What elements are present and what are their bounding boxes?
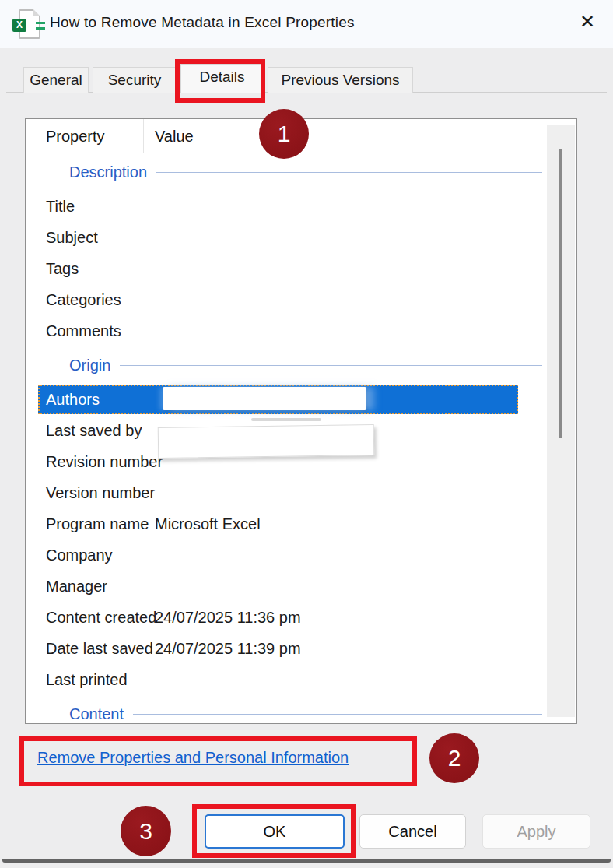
blur-smudge (251, 418, 321, 421)
property-row-date-last-saved[interactable]: Date last saved24/07/2025 11:39 pm (26, 633, 576, 664)
tab-general[interactable]: General (23, 67, 89, 93)
section-label: Description (69, 163, 147, 181)
footer-divider (0, 796, 613, 796)
property-label: Tags (46, 260, 155, 278)
window-title: How to Remove Metadata in Excel Properti… (50, 14, 355, 31)
tab-bar: General Security Details Previous Versio… (0, 48, 613, 93)
section-label: Origin (69, 357, 110, 374)
step-badge-3: 3 (121, 806, 171, 856)
excel-file-icon: X (12, 9, 42, 40)
window-bottom-edge (2, 859, 611, 863)
property-value: 24/07/2025 11:36 pm (155, 609, 301, 627)
property-label: Manager (46, 578, 155, 596)
property-label: Authors (46, 391, 155, 409)
property-row-version-number[interactable]: Version number (26, 477, 576, 508)
property-label: Revision number (46, 453, 155, 471)
column-header-value[interactable]: Value (144, 119, 576, 153)
remove-properties-link[interactable]: Remove Properties and Personal Informati… (37, 749, 349, 767)
section-row-description[interactable]: Description (26, 153, 576, 191)
property-value: 24/07/2025 11:39 pm (155, 640, 301, 658)
property-list[interactable]: Property Value DescriptionTitleSubjectTa… (25, 118, 577, 724)
property-row-tags[interactable]: Tags (26, 253, 576, 284)
property-label: Last saved by (46, 422, 155, 440)
property-label: Comments (46, 322, 155, 340)
property-row-subject[interactable]: Subject (26, 222, 576, 253)
property-row-categories[interactable]: Categories (26, 284, 576, 315)
property-row-last-printed[interactable]: Last printed (26, 664, 576, 695)
property-label: Title (46, 198, 155, 216)
section-label: Content (69, 705, 124, 723)
tab-details[interactable]: Details (180, 64, 264, 93)
property-value: Microsoft Excel (155, 515, 261, 533)
property-label: Company (46, 546, 155, 564)
property-label: Version number (46, 484, 155, 502)
step-badge-1: 1 (259, 109, 309, 159)
section-row-origin[interactable]: Origin (26, 346, 576, 384)
tab-security[interactable]: Security (93, 67, 177, 93)
property-label: Content created (46, 609, 155, 627)
tab-previous-versions[interactable]: Previous Versions (268, 67, 413, 93)
property-row-title[interactable]: Title (26, 191, 576, 222)
section-rule (120, 365, 542, 366)
apply-button[interactable]: Apply (482, 814, 590, 849)
property-row-authors[interactable]: Authors (26, 384, 576, 415)
property-row-program-name[interactable]: Program nameMicrosoft Excel (26, 508, 576, 539)
properties-dialog: X How to Remove Metadata in Excel Proper… (0, 0, 613, 868)
redaction-blur-authors (163, 387, 366, 410)
property-row-last-saved-by[interactable]: Last saved by (26, 415, 576, 446)
section-rule (133, 714, 542, 715)
property-label: Subject (46, 229, 155, 247)
redaction-blur-last-saved-by (158, 424, 375, 459)
ok-button[interactable]: OK (205, 814, 345, 849)
scrollbar-thumb[interactable] (559, 149, 562, 438)
scrollbar-track[interactable] (547, 125, 575, 717)
step-badge-2: 2 (429, 733, 479, 783)
property-row-manager[interactable]: Manager (26, 571, 576, 602)
excel-x-glyph: X (12, 19, 26, 32)
property-label: Program name (46, 515, 155, 533)
property-label: Date last saved (46, 640, 155, 658)
property-row-comments[interactable]: Comments (26, 315, 576, 346)
property-label: Categories (46, 291, 155, 309)
section-row-content[interactable]: Content (26, 695, 576, 724)
property-label: Last printed (46, 671, 155, 689)
title-bar: X How to Remove Metadata in Excel Proper… (0, 0, 613, 48)
property-row-company[interactable]: Company (26, 539, 576, 571)
cancel-button[interactable]: Cancel (359, 814, 466, 849)
section-rule (156, 172, 542, 173)
property-rows: DescriptionTitleSubjectTagsCategoriesCom… (26, 153, 576, 724)
property-row-content-created[interactable]: Content created24/07/2025 11:36 pm (26, 602, 576, 633)
close-icon[interactable]: ✕ (573, 8, 602, 36)
column-header-property[interactable]: Property (26, 119, 144, 153)
